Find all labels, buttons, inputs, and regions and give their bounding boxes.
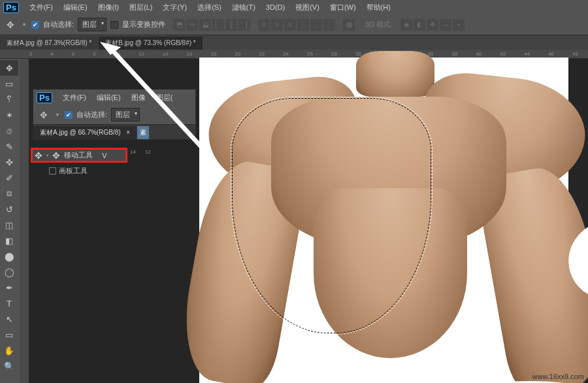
distribute-top-icon[interactable]: ≡ [258,19,270,31]
menu-file[interactable]: 文件(F) [24,1,58,14]
blur-tool[interactable]: ⬤ [0,248,18,264]
menubar: Ps 文件(F) 编辑(E) 图像(I) 图层(L) 文字(Y) 选择(S) 滤… [0,0,588,14]
move-tool-icon: ✥ [37,108,50,122]
ruler-vertical[interactable] [20,59,29,383]
align-left-icon[interactable]: ▏ [212,19,224,31]
app-logo: Ps [3,2,19,13]
menu-image[interactable]: 图像 [126,91,151,105]
tab-material-b-trunc[interactable]: 素 [137,126,149,139]
auto-select-label: 自动选择: [43,20,74,29]
eyedropper-tool[interactable]: ✎ [0,139,18,154]
roll-icon[interactable]: ◐ [414,19,425,31]
lasso-tool[interactable]: ␦ [0,92,18,107]
tab-material-b[interactable]: 素材B.jpg @ 73.3% (RGB/8#) * [99,37,203,50]
move-tool-icon: ✥ [35,150,42,161]
menu-view[interactable]: 视图(V) [290,1,325,14]
watermark: www.16xx8.com [532,373,584,380]
artboard-tool-row[interactable]: 画板工具 [49,166,88,176]
distribute-bottom-icon[interactable]: ≡ [284,19,296,31]
menu-filter[interactable]: 滤镜(T) [227,1,261,14]
magic-wand-tool[interactable]: ✶ [0,107,18,123]
shape-tool[interactable]: ▭ [0,327,18,342]
zoom-3d-icon[interactable]: ⌖ [453,19,465,31]
ruler-tick: 14 [163,51,169,57]
ruler-tick: 4 [50,51,53,57]
artboard-tool-label: 画板工具 [59,166,88,176]
history-brush-tool[interactable]: ↺ [0,201,18,217]
align-vcenter-icon[interactable]: ═ [186,19,198,31]
gradient-tool[interactable]: ◧ [0,233,18,248]
orbit-icon[interactable]: ◉ [400,19,412,31]
app-logo: Ps [37,92,52,103]
chevron-down-icon: ▾ [101,20,104,26]
close-icon[interactable]: × [126,129,130,136]
tab-material-a[interactable]: 素材A.jpg @ 87.3%(RGB/8) * [0,37,98,50]
canvas-image [199,58,568,383]
distribute-group: ≡ ≡ ≡ ⋮ ⋮ ⋮ [258,19,335,31]
type-tool[interactable]: T [0,295,18,311]
move-tool-highlight: ✥ • ✥ 移动工具 V [31,148,127,163]
move-tool[interactable]: ✥ [0,60,18,76]
artboard-tool-icon [49,167,56,175]
distribute-right-icon[interactable]: ⋮ [323,19,335,31]
arrange-icon[interactable]: ▦ [343,19,355,31]
menu-help[interactable]: 帮助(H) [361,1,396,14]
auto-select-checkbox[interactable]: ✔ [65,111,73,119]
tab-material-a[interactable]: 素材A.jpg @ 66.7%(RGB/8) × [33,126,137,139]
transform-controls-label: 显示变换控件 [122,20,165,29]
ruler-tick: 16 [187,51,193,57]
move-tool-label[interactable]: 移动工具 [64,150,93,160]
align-group: ⬒ ═ ⬓ ▏ ║ ▕ [173,19,250,31]
hand-tool[interactable]: ✋ [0,342,18,358]
menu-window[interactable]: 窗口(W) [325,1,361,14]
menu-3d[interactable]: 3D(D) [261,1,290,13]
ruler-tick: 42 [500,51,506,57]
ruler-tick: 6 [72,51,74,57]
tool-preset-caret[interactable]: ▾ [21,22,27,27]
slide-icon[interactable]: ↔ [440,19,451,31]
ruler-tick: 8 [93,51,95,57]
transform-controls-checkbox[interactable]: · [110,21,118,29]
inset-panel: Ps 文件(F) 编辑(E) 图像 图层( ✥ ▾ ✔ 自动选择: 图层▾ 素材… [33,89,196,140]
menu-layer[interactable]: 图层( [151,91,178,105]
menu-image[interactable]: 图像(I) [93,1,124,14]
layer-group-dropdown[interactable]: 图层▾ [111,108,140,122]
ruler-tick: 22 [259,51,265,57]
ruler-tick: 38 [452,51,458,57]
stamp-tool[interactable]: ⧈ [0,186,18,201]
tool-preset-caret[interactable]: ▾ [54,112,61,118]
layer-group-dropdown[interactable]: 图层▾ [78,18,106,31]
distribute-left-icon[interactable]: ⋮ [297,19,309,31]
ruler-tick: 40 [476,51,482,57]
menu-select[interactable]: 选择(S) [192,1,227,14]
menu-type[interactable]: 文字(Y) [157,1,192,14]
ruler-tick: 24 [283,51,289,57]
crop-tool[interactable]: ⟃ [0,123,18,139]
pan-icon[interactable]: ✥ [427,19,438,31]
path-select-tool[interactable]: ↖ [0,311,18,327]
ruler-tick: 48 [572,51,578,57]
align-right-icon[interactable]: ▕ [238,19,250,31]
auto-select-checkbox[interactable]: ✔ [31,21,39,29]
heal-tool[interactable]: ✜ [0,154,18,170]
distribute-hcenter-icon[interactable]: ⋮ [310,19,322,31]
brush-tool[interactable]: ✐ [0,170,18,186]
menu-file[interactable]: 文件(F) [57,91,91,105]
chevron-down-icon: ▾ [135,110,137,116]
menu-layer[interactable]: 图层(L) [124,1,157,14]
ruler-tick: 2 [29,51,32,57]
align-top-icon[interactable]: ⬒ [173,19,185,31]
options-bar: ✥ ▾ ✔ 自动选择: 图层▾ · 显示变换控件 ⬒ ═ ⬓ ▏ ║ ▕ ≡ ≡… [0,14,588,35]
pen-tool[interactable]: ✒ [0,280,18,295]
align-bottom-icon[interactable]: ⬓ [199,19,211,31]
menu-edit[interactable]: 编辑(E) [91,91,126,105]
zoom-tool[interactable]: 🔍 [0,358,18,374]
mode-3d-label: 3D 模式: [365,20,393,29]
menu-edit[interactable]: 编辑(E) [58,1,93,14]
dodge-tool[interactable]: ◯ [0,264,18,280]
marquee-tool[interactable]: ▭ [0,76,18,92]
align-hcenter-icon[interactable]: ║ [225,19,237,31]
ruler-tick: 10 [114,51,120,57]
eraser-tool[interactable]: ◫ [0,217,18,233]
distribute-vcenter-icon[interactable]: ≡ [271,19,283,31]
